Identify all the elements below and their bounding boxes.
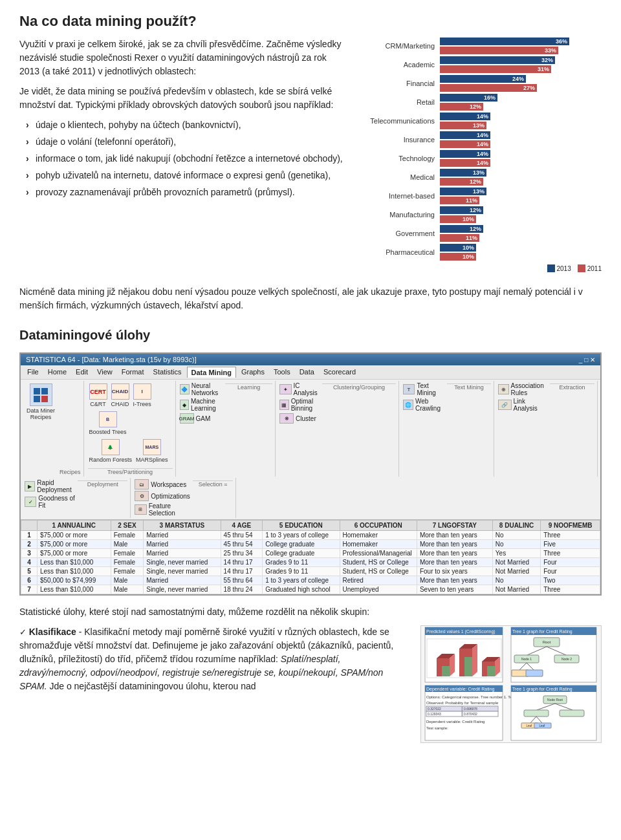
bar-2013: 14%	[440, 131, 490, 139]
ribbon-btn-boosted[interactable]: B Boosted Trees	[88, 410, 128, 436]
table-cell: Single, never married	[144, 558, 221, 567]
bar-label-2013: 14%	[477, 113, 488, 120]
itrees-label: I-Trees	[133, 401, 151, 407]
ribbon-recipes: Data MinerRecipes Recipes	[22, 381, 84, 477]
chart-row: Medical13%12%	[356, 169, 602, 186]
bar-label-2013: 16%	[484, 94, 496, 101]
table-cell: 18 thru 24	[221, 585, 263, 594]
table-cell: Married	[144, 531, 221, 540]
chart-bar-group: 14%14%	[440, 150, 602, 167]
table-cell: Female	[111, 567, 144, 576]
bar-label-2013: 24%	[512, 76, 524, 82]
ribbon-btn-recipes[interactable]: Data MinerRecipes	[25, 382, 57, 422]
table-cell: Male	[111, 540, 144, 549]
ribbon-ica[interactable]: ✦ IC Analysis	[279, 382, 320, 396]
assoc-label: Association Rules	[511, 382, 548, 396]
menu-statistics[interactable]: Statistics	[149, 367, 186, 378]
chart-bar-group: 14%14%	[440, 131, 602, 148]
table-cell: Less than $10,000	[38, 558, 111, 567]
legend-box-2011	[578, 264, 585, 272]
chart-row-label: Insurance	[356, 136, 440, 144]
rules-group-label: Extraction	[550, 383, 594, 391]
menu-datamining[interactable]: Data Mining	[187, 367, 236, 378]
svg-text:Root: Root	[543, 640, 551, 644]
menu-home[interactable]: Home	[44, 367, 71, 378]
menu-tools[interactable]: Tools	[270, 367, 294, 378]
bar-2011: 14%	[440, 159, 490, 167]
table-cell: More than ten years	[417, 576, 492, 585]
ribbon-assoc[interactable]: ⊕ Association Rules	[498, 382, 547, 396]
top-section: Využití v praxi je celkem široké, jak se…	[19, 38, 602, 272]
table-cell: 5	[21, 567, 38, 576]
ribbon-btn-mars[interactable]: MARS MARSplines	[135, 438, 169, 464]
ribbon-textmining-btn[interactable]: T Text Mining	[403, 382, 444, 396]
bar-2013: 16%	[440, 94, 497, 102]
ribbon-learning: 🔷 Neural Networks ◆ Machine Learning GRA…	[177, 381, 276, 477]
menu-graphs[interactable]: Graphs	[237, 367, 268, 378]
ribbon-btn-chaid[interactable]: CHAID CHAID	[110, 382, 131, 409]
menu-scorecard[interactable]: Scorecard	[320, 367, 360, 378]
table-header	[21, 521, 38, 531]
table-row: 2$75,000 or moreMaleMarried45 thru 54Col…	[21, 540, 600, 549]
chart-bar-group: 13%11%	[440, 188, 602, 204]
link-label: Link Analysis	[514, 398, 548, 412]
table-cell: 45 thru 54	[221, 531, 263, 540]
svg-rect-59	[560, 710, 584, 716]
ribbon-deployment: ▶ Rapid Deployment ✓ Goodness of Fit Dep…	[22, 478, 131, 518]
table-cell: Female	[111, 549, 144, 558]
check-mark: ✓	[19, 627, 29, 637]
chart-row: Manufacturing12%10%	[356, 206, 602, 223]
ribbon-optim[interactable]: ⚙ Optimizations	[135, 491, 190, 501]
table-header: 5 EDUCATION	[263, 521, 340, 531]
chart-bar-group: 10%10%	[440, 244, 602, 261]
menu-format[interactable]: Format	[118, 367, 148, 378]
cluster-label: Cluster	[296, 415, 316, 422]
svg-text:0.327022: 0.327022	[428, 707, 441, 711]
ribbon-gam[interactable]: GRAM GAM	[180, 413, 223, 424]
table-cell: Homemaker	[340, 531, 417, 540]
ribbon-workspaces[interactable]: 🗂 Workspaces	[135, 479, 190, 490]
chaid-icon: CHAID	[111, 383, 129, 400]
svg-text:Node 1: Node 1	[521, 657, 532, 661]
intro-para1: Využití v praxi je celkem široké, jak se…	[19, 38, 343, 78]
ribbon-goodness[interactable]: ✓ Goodness of Fit	[25, 495, 75, 509]
feature-items: 🗂 Workspaces ⚙ Optimizations ⊞ Feature S…	[135, 479, 190, 517]
ribbon-ml[interactable]: ◆ Machine Learning	[180, 398, 223, 412]
menu-view[interactable]: View	[93, 367, 116, 378]
ribbon-btn-random[interactable]: 🌲 Random Forests	[88, 438, 134, 464]
bar-2011: 14%	[440, 140, 490, 148]
bar-2011: 31%	[440, 65, 551, 73]
goodness-label: Goodness of Fit	[38, 495, 75, 509]
table-cell: 1 to 3 years of college	[263, 576, 340, 585]
optim-label: Optimizations	[151, 493, 190, 500]
ribbon-webcrawl[interactable]: 🌐 Web Crawling	[403, 398, 444, 412]
ribbon-btn-cert[interactable]: CERT C&RT	[88, 382, 109, 409]
ribbon-link[interactable]: 🔗 Link Analysis	[498, 398, 547, 412]
klasifikace-dash: -	[76, 627, 84, 637]
bar-2011: 11%	[440, 197, 479, 204]
chart-row: Pharmaceutical10%10%	[356, 244, 602, 261]
ribbon-rapid[interactable]: ▶ Rapid Deployment	[25, 479, 75, 493]
ribbon-group-label-recipes: Recipes	[60, 469, 81, 475]
table-cell: Married	[144, 540, 221, 549]
itrees-icon: I	[133, 383, 151, 400]
ribbon-textmining: T Text Mining 🌐 Web Crawling Text Mining	[400, 381, 495, 477]
menu-data[interactable]: Data	[296, 367, 318, 378]
table-cell: $75,000 or more	[38, 531, 111, 540]
table-cell: Retired	[340, 576, 417, 585]
menu-file[interactable]: File	[23, 367, 43, 378]
ribbon-btn-itrees[interactable]: I I-Trees	[132, 382, 153, 409]
ribbon-neural[interactable]: 🔷 Neural Networks	[180, 382, 223, 396]
bar-2011: 27%	[440, 84, 537, 92]
bar-2013: 13%	[440, 188, 486, 195]
list-item: provozy zaznamenávají průběh provozních …	[26, 186, 343, 199]
ribbon-cluster[interactable]: ❋ Cluster	[279, 413, 320, 424]
menu-bar: File Home Edit View Format Statistics Da…	[21, 365, 600, 380]
ribbon-featsel[interactable]: ⊞ Feature Selection	[135, 502, 190, 517]
ribbon-binning[interactable]: ▦ Optimal Binning	[279, 398, 320, 412]
table-header: 2 SEX	[111, 521, 144, 531]
menu-edit[interactable]: Edit	[72, 367, 92, 378]
table-cell: 3	[21, 549, 38, 558]
table-cell: 4	[21, 558, 38, 567]
chart-row: Telecommunications14%13%	[356, 113, 602, 129]
